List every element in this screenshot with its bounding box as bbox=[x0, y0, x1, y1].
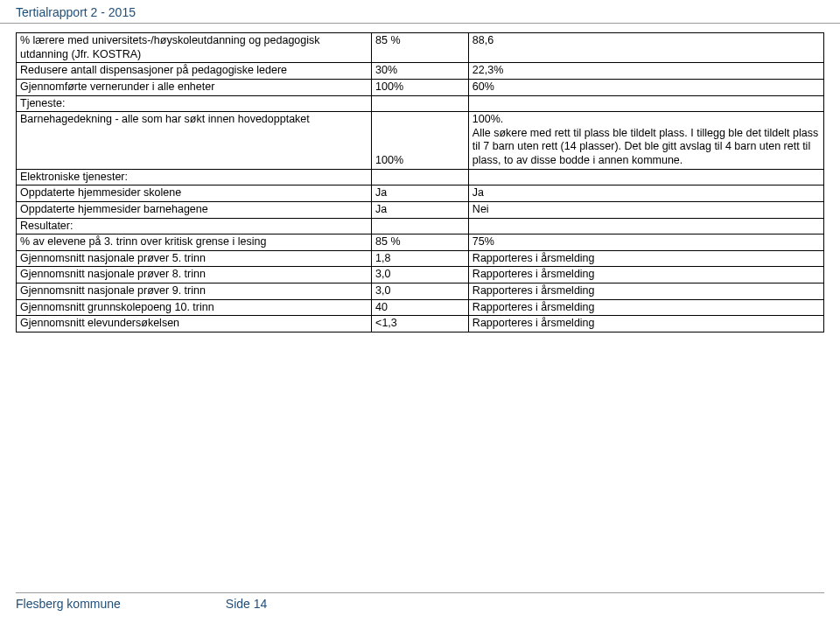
cell-value1 bbox=[372, 218, 469, 234]
cell-value1: Ja bbox=[372, 186, 469, 202]
table-row: Gjennomsnitt nasjonale prøver 9. trinn3,… bbox=[17, 284, 824, 300]
cell-label: Elektroniske tjenester: bbox=[17, 169, 372, 186]
cell-value2: Ja bbox=[468, 186, 823, 202]
table-row: % lærere med universitets-/høyskoleutdan… bbox=[17, 33, 824, 63]
content-area: % lærere med universitets-/høyskoleutdan… bbox=[0, 32, 840, 332]
cell-value1: 100% bbox=[372, 112, 469, 170]
cell-value2: 60% bbox=[468, 79, 823, 95]
table-row: Redusere antall dispensasjoner på pedago… bbox=[17, 63, 824, 80]
table-row: Oppdaterte hjemmesider barnehageneJaNei bbox=[17, 201, 824, 218]
table-row: Resultater: bbox=[17, 218, 824, 234]
cell-label: Tjeneste: bbox=[17, 95, 372, 112]
table-row: Oppdaterte hjemmesider skoleneJaJa bbox=[17, 186, 824, 202]
cell-value2 bbox=[468, 95, 823, 112]
data-table: % lærere med universitets-/høyskoleutdan… bbox=[16, 32, 824, 332]
cell-value2 bbox=[468, 218, 823, 234]
cell-value2: Rapporteres i årsmelding bbox=[468, 267, 823, 284]
cell-value2: Rapporteres i årsmelding bbox=[468, 299, 823, 316]
cell-value2: Rapporteres i årsmelding bbox=[468, 250, 823, 267]
cell-value2: Rapporteres i årsmelding bbox=[468, 316, 823, 332]
table-row: Gjennomsnitt elevundersøkelsen<1,3Rappor… bbox=[17, 316, 824, 332]
cell-value2: 88,6 bbox=[468, 33, 823, 63]
table-row: Gjennomsnitt nasjonale prøver 5. trinn1,… bbox=[17, 250, 824, 267]
cell-value2: 100%. Alle søkere med rett til plass ble… bbox=[468, 112, 823, 170]
footer-right: Side 14 bbox=[226, 597, 267, 611]
cell-value2: 22,3% bbox=[468, 63, 823, 80]
cell-value2: Rapporteres i årsmelding bbox=[468, 284, 823, 300]
cell-value2 bbox=[468, 169, 823, 186]
cell-label: Gjennomsnitt nasjonale prøver 5. trinn bbox=[17, 250, 372, 267]
table-row: Elektroniske tjenester: bbox=[17, 169, 824, 186]
table-row: Gjennomsnitt grunnskolepoeng 10. trinn40… bbox=[17, 299, 824, 316]
cell-label: Barnehagedekning - alle som har søkt inn… bbox=[17, 112, 372, 170]
cell-label: Resultater: bbox=[17, 218, 372, 234]
cell-value1: 3,0 bbox=[372, 267, 469, 284]
cell-value1 bbox=[372, 169, 469, 186]
cell-value2: Nei bbox=[468, 201, 823, 218]
cell-label: Oppdaterte hjemmesider barnehagene bbox=[17, 201, 372, 218]
cell-value1: 1,8 bbox=[372, 250, 469, 267]
cell-value1: 85 % bbox=[372, 234, 469, 251]
cell-value1: Ja bbox=[372, 201, 469, 218]
cell-label: Gjennomsnitt grunnskolepoeng 10. trinn bbox=[17, 299, 372, 316]
table-row: % av elevene på 3. trinn over kritisk gr… bbox=[17, 234, 824, 251]
cell-value2: 75% bbox=[468, 234, 823, 251]
cell-value1: 3,0 bbox=[372, 284, 469, 300]
cell-label: Gjennomførte vernerunder i alle enheter bbox=[17, 79, 372, 95]
cell-label: Oppdaterte hjemmesider skolene bbox=[17, 186, 372, 202]
page-footer: Flesberg kommune Side 14 bbox=[16, 592, 824, 611]
table-row: Barnehagedekning - alle som har søkt inn… bbox=[17, 112, 824, 170]
page-header: Tertialrapport 2 - 2015 bbox=[0, 0, 840, 21]
cell-value1: 85 % bbox=[372, 33, 469, 63]
cell-value1: <1,3 bbox=[372, 316, 469, 332]
table-row: Tjeneste: bbox=[17, 95, 824, 112]
cell-value1 bbox=[372, 95, 469, 112]
cell-label: % lærere med universitets-/høyskoleutdan… bbox=[17, 33, 372, 63]
table-row: Gjennomsnitt nasjonale prøver 8. trinn3,… bbox=[17, 267, 824, 284]
cell-label: Gjennomsnitt nasjonale prøver 8. trinn bbox=[17, 267, 372, 284]
cell-label: Gjennomsnitt nasjonale prøver 9. trinn bbox=[17, 284, 372, 300]
cell-label: Redusere antall dispensasjoner på pedago… bbox=[17, 63, 372, 80]
cell-value1: 100% bbox=[372, 79, 469, 95]
header-text: Tertialrapport 2 - 2015 bbox=[16, 5, 136, 19]
header-divider bbox=[0, 23, 840, 24]
cell-value1: 40 bbox=[372, 299, 469, 316]
cell-label: % av elevene på 3. trinn over kritisk gr… bbox=[17, 234, 372, 251]
table-row: Gjennomførte vernerunder i alle enheter1… bbox=[17, 79, 824, 95]
footer-left: Flesberg kommune bbox=[16, 597, 121, 611]
cell-value1: 30% bbox=[372, 63, 469, 80]
cell-label: Gjennomsnitt elevundersøkelsen bbox=[17, 316, 372, 332]
